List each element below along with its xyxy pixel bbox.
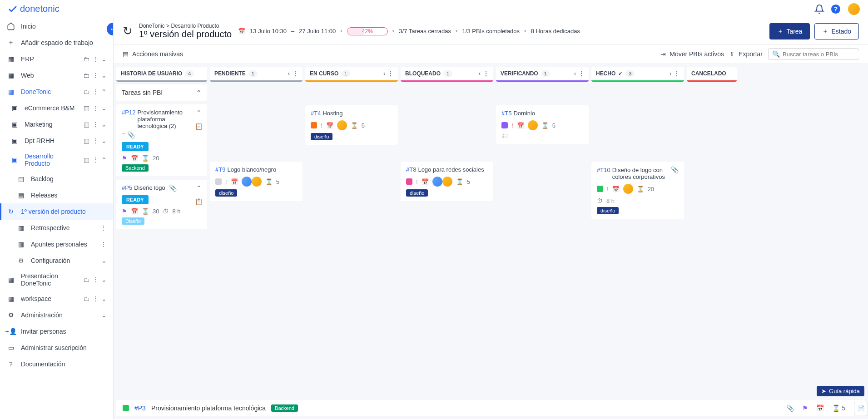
board-icon[interactable]: ▥ <box>84 104 89 112</box>
notes-button[interactable]: 📄 <box>854 402 868 415</box>
calendar-icon[interactable]: 📅 <box>816 404 824 412</box>
avatar[interactable] <box>432 177 442 187</box>
more-icon[interactable]: ⋮ <box>92 121 99 128</box>
nav-erp[interactable]: ▦ ERP 🗀⋮⌄ <box>0 51 113 67</box>
more-icon[interactable]: ⋮ <box>388 70 393 77</box>
help-icon[interactable]: ? <box>831 4 841 14</box>
board-icon[interactable]: ▥ <box>84 137 89 144</box>
chevron-left-icon[interactable]: ‹ <box>574 70 576 77</box>
more-icon[interactable]: ⋮ <box>100 241 107 248</box>
chevron-down-icon[interactable]: ⌄ <box>101 276 107 283</box>
chevron-up-icon[interactable]: ⌃ <box>196 89 202 96</box>
chevron-left-icon[interactable]: ‹ <box>670 70 671 77</box>
search-input[interactable] <box>783 51 859 58</box>
chevron-down-icon[interactable]: ⌄ <box>101 137 107 144</box>
avatar[interactable] <box>528 120 538 130</box>
nav-web[interactable]: ▦ Web 🗀⋮⌄ <box>0 67 113 84</box>
more-icon[interactable]: ⋮ <box>92 137 99 144</box>
task-card-t8[interactable]: #T8Logo para redes sociales ! 📅 ⌛5 diseñ… <box>401 162 493 201</box>
chevron-down-icon[interactable]: ⌄ <box>101 311 107 319</box>
user-avatar[interactable] <box>847 2 861 16</box>
folder-icon[interactable]: 🗀 <box>83 295 89 302</box>
more-icon[interactable]: ⋮ <box>92 295 99 302</box>
avatar[interactable] <box>442 177 452 187</box>
nav-ecommerce[interactable]: ▣ eCommerce B&M ▥⋮⌄ <box>0 100 113 116</box>
chevron-up-icon[interactable]: ⌃ <box>101 88 107 95</box>
calendar-icon[interactable]: 📅 <box>517 122 524 129</box>
folder-icon[interactable]: 🗀 <box>83 88 89 95</box>
task-card-t9[interactable]: #T9Logo blanco/negro ! 📅 ⌛5 diseño <box>210 162 303 201</box>
quick-guide-button[interactable]: ➤ Guía rápida <box>817 386 864 396</box>
nav-add-workspace[interactable]: ＋ Añadir espacio de trabajo <box>0 35 113 51</box>
clipboard-icon[interactable]: 📋 <box>195 198 203 205</box>
chevron-up-icon[interactable]: ⌃ <box>196 109 202 116</box>
attachment-icon[interactable]: 📎 <box>786 404 794 412</box>
chevron-up-icon[interactable]: ⌃ <box>101 156 107 163</box>
nav-releases[interactable]: ▤ Releases <box>0 187 113 203</box>
chevron-down-icon[interactable]: ⌄ <box>101 72 107 79</box>
add-state-button[interactable]: ＋ Estado <box>814 23 859 39</box>
calendar-icon[interactable]: 📅 <box>422 178 429 185</box>
chevron-left-icon[interactable]: ‹ <box>288 70 290 77</box>
nav-presentacion[interactable]: ▦ Presentacion DoneTonic 🗀⋮⌄ <box>0 269 113 291</box>
nav-subscription[interactable]: ▭ Administrar suscripción <box>0 340 113 356</box>
more-icon[interactable]: ⋮ <box>100 224 107 232</box>
avatar[interactable] <box>337 120 347 130</box>
task-card-t10[interactable]: #T10Diseño de logo con colores corporati… <box>591 162 684 219</box>
nav-backlog[interactable]: ▤ Backlog <box>0 171 113 187</box>
nav-home[interactable]: Inicio <box>0 18 113 35</box>
nav-invite[interactable]: +👤 Invitar personas <box>0 323 113 340</box>
chevron-down-icon[interactable]: ⌄ <box>101 121 107 128</box>
bulk-actions-button[interactable]: ▤ Acciones masivas <box>123 50 183 58</box>
more-icon[interactable]: ⋮ <box>293 70 298 77</box>
more-icon[interactable]: ⋮ <box>92 72 99 79</box>
more-icon[interactable]: ⋮ <box>92 276 99 283</box>
bell-icon[interactable] <box>814 4 824 14</box>
calendar-icon[interactable]: 📅 <box>612 186 620 192</box>
pbi-no-pbi-header[interactable]: Tareas sin PBI ⌃ <box>116 84 207 101</box>
flag-icon[interactable]: ⚑ <box>802 404 808 412</box>
more-icon[interactable]: ⋮ <box>483 70 489 77</box>
avatar[interactable] <box>242 177 252 187</box>
more-icon[interactable]: ⋮ <box>674 70 680 77</box>
nav-config[interactable]: ⚙ Configuración ⌄ <box>0 252 113 269</box>
flag-icon[interactable]: ⚑ <box>122 155 127 162</box>
logo[interactable]: donetonic <box>7 4 60 15</box>
calendar-icon[interactable]: 📅 <box>238 28 245 35</box>
progress-pill[interactable]: 42% <box>347 27 388 35</box>
board-icon[interactable]: ▥ <box>84 121 89 128</box>
search-box[interactable]: 🔍 <box>768 48 859 60</box>
more-icon[interactable]: ⋮ <box>579 70 584 77</box>
export-button[interactable]: ⇪ Exportar <box>729 50 763 58</box>
clipboard-icon[interactable]: 📋 <box>195 123 203 130</box>
nav-workspace-generic[interactable]: ▦ workspace 🗀⋮⌄ <box>0 291 113 307</box>
tag-icon[interactable]: 🏷 <box>501 132 583 139</box>
more-icon[interactable]: ⋮ <box>92 55 99 63</box>
nav-docs[interactable]: ? Documentación <box>0 356 113 372</box>
chevron-down-icon[interactable]: ⌄ <box>101 104 107 112</box>
chevron-down-icon[interactable]: ⌄ <box>101 55 107 63</box>
calendar-icon[interactable]: 📅 <box>131 208 138 215</box>
nav-desarrollo[interactable]: ▣ Desarrollo Producto ▥⋮⌃ <box>0 149 113 171</box>
avatar[interactable] <box>623 184 633 194</box>
more-icon[interactable]: ⋮ <box>92 104 99 112</box>
task-card-t4[interactable]: #T4Hosting ! 📅 ⌛5 diseño <box>305 105 398 145</box>
pbi-card-p12[interactable]: #P12 Provisionamiento plataforma tecnoló… <box>116 104 207 176</box>
folder-icon[interactable]: 🗀 <box>83 55 89 63</box>
folder-icon[interactable]: 🗀 <box>83 276 89 283</box>
nav-marketing[interactable]: ▣ Marketing ▥⋮⌄ <box>0 116 113 133</box>
nav-admin[interactable]: ⚙ Administración ⌄ <box>0 307 113 323</box>
nav-notes[interactable]: ▥ Apuntes personales ⋮ <box>0 236 113 252</box>
calendar-icon[interactable]: 📅 <box>231 178 238 185</box>
chevron-down-icon[interactable]: ⌄ <box>101 295 107 302</box>
calendar-icon[interactable]: 📅 <box>326 122 333 129</box>
more-icon[interactable]: ⋮ <box>92 88 99 95</box>
nav-retro[interactable]: ▥ Retrospective ⋮ <box>0 220 113 236</box>
avatar[interactable] <box>252 177 262 187</box>
folder-icon[interactable]: 🗀 <box>83 72 89 79</box>
more-icon[interactable]: ⋮ <box>92 156 99 163</box>
task-card-t5[interactable]: #T5Dominio ! 📅 ⌛5 🏷 <box>496 105 589 144</box>
flag-icon[interactable]: ⚑ <box>122 208 127 215</box>
nav-rrhh[interactable]: ▣ Dpt RRHH ▥⋮⌄ <box>0 133 113 149</box>
calendar-icon[interactable]: 📅 <box>131 155 138 162</box>
